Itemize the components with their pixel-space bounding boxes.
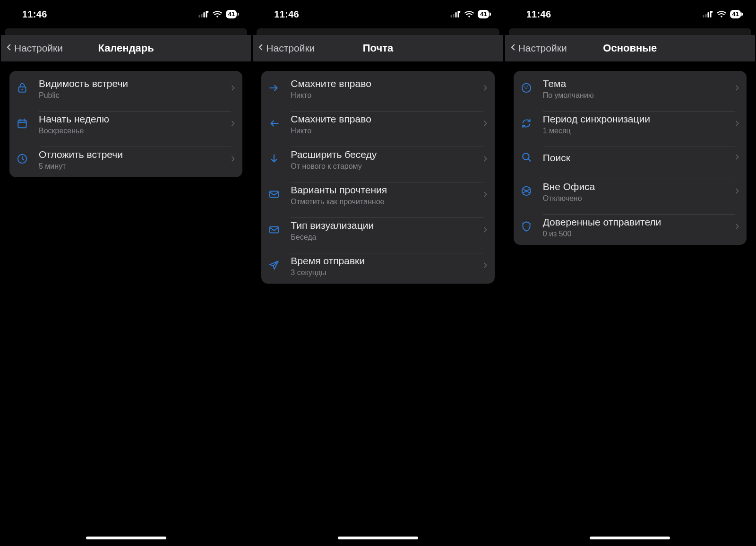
- shield-icon: [520, 220, 534, 234]
- row-subtitle: Public: [39, 91, 225, 100]
- row-title: Вне Офиса: [543, 181, 730, 193]
- back-button[interactable]: Настройки: [255, 38, 318, 59]
- row-title: Доверенные отправители: [543, 216, 730, 228]
- chevron-right-icon: [481, 154, 489, 166]
- chevron-right-icon: [481, 83, 489, 95]
- back-button[interactable]: Настройки: [507, 38, 570, 59]
- home-indicator: [590, 537, 670, 539]
- row-subtitle: Отключено: [543, 194, 730, 203]
- navbar: Настройки Почта: [253, 35, 503, 61]
- back-label: Настройки: [518, 43, 567, 54]
- status-time: 11:46: [526, 9, 551, 20]
- chevron-right-icon: [481, 225, 489, 237]
- row-title: Видимость встречи: [39, 78, 225, 90]
- status-icons: 41: [703, 10, 741, 18]
- chevron-right-icon: [733, 186, 741, 198]
- lock-icon: [16, 82, 30, 96]
- row-subtitle: 1 месяц: [543, 126, 730, 135]
- arrow-down-icon: [268, 153, 282, 167]
- status-icons: 41: [450, 10, 489, 18]
- cellular-icon: [198, 11, 209, 17]
- tab-strip: [257, 28, 499, 35]
- settings-list: Смахните вправо Никто Смахните вправо Ни…: [261, 71, 494, 284]
- navbar: Настройки Календарь: [1, 35, 251, 61]
- chevron-right-icon: [733, 221, 741, 234]
- list-row[interactable]: Варианты прочтения Отметить как прочитан…: [261, 177, 494, 213]
- send-icon: [268, 259, 282, 273]
- home-indicator: [338, 537, 418, 539]
- wifi-icon: [213, 11, 222, 17]
- list-row[interactable]: Доверенные отправители 0 из 500: [514, 209, 747, 245]
- list-row[interactable]: Период синхронизации 1 месяц: [514, 106, 747, 142]
- list-row[interactable]: Тема По умолчанию: [514, 71, 747, 106]
- home-indicator: [86, 537, 166, 539]
- search-icon: [520, 151, 534, 165]
- battery-icon: 41: [478, 10, 489, 18]
- row-title: Отложить встречи: [39, 148, 225, 161]
- screen: 11:46 41 Настройки Календарь: [0, 0, 252, 546]
- row-subtitle: По умолчанию: [543, 91, 730, 100]
- palette-icon: [520, 82, 534, 96]
- list-row[interactable]: Видимость встречи Public: [9, 71, 242, 106]
- status-time: 11:46: [274, 9, 299, 20]
- cellular-icon: [703, 11, 713, 17]
- mail-icon: [268, 188, 282, 202]
- chevron-right-icon: [229, 118, 237, 130]
- status-bar: 11:46 41: [1, 0, 251, 28]
- back-label: Настройки: [266, 43, 315, 54]
- tab-strip: [5, 28, 247, 35]
- row-title: Смахните вправо: [291, 78, 477, 90]
- list-row[interactable]: Поиск: [514, 142, 747, 174]
- arrow-right-icon: [268, 82, 282, 96]
- list-row[interactable]: Начать неделю Воскресенье: [9, 106, 242, 142]
- chevron-right-icon: [481, 189, 489, 201]
- wifi-icon: [717, 11, 726, 17]
- row-subtitle: 5 минут: [39, 162, 225, 171]
- row-subtitle: От нового к старому: [291, 162, 477, 171]
- row-subtitle: Отметить как прочитанное: [291, 197, 477, 206]
- battery-icon: 41: [730, 10, 741, 18]
- row-title: Тема: [543, 78, 730, 90]
- row-subtitle: Воскресенье: [39, 126, 225, 135]
- back-label: Настройки: [14, 43, 63, 54]
- mail-icon: [268, 224, 282, 238]
- row-title: Период синхронизации: [543, 113, 730, 125]
- settings-list: Тема По умолчанию Период синхронизации 1…: [514, 71, 747, 245]
- chevron-left-icon: [5, 41, 13, 56]
- status-bar: 11:46 41: [253, 0, 503, 28]
- row-subtitle: Никто: [291, 126, 477, 135]
- back-button[interactable]: Настройки: [3, 38, 66, 59]
- screen: 11:46 41 Настройки Почта: [252, 0, 504, 546]
- navbar: Настройки Основные: [505, 35, 755, 61]
- chevron-right-icon: [229, 83, 237, 95]
- battery-icon: 41: [226, 10, 237, 18]
- clock-icon: [16, 153, 30, 167]
- settings-list: Видимость встречи Public Начать неделю В…: [9, 71, 242, 177]
- cellular-icon: [450, 11, 461, 17]
- chevron-right-icon: [481, 260, 489, 272]
- list-row[interactable]: Вне Офиса Отключено: [514, 174, 747, 209]
- wifi-icon: [464, 11, 474, 17]
- list-row[interactable]: Расширить беседу От нового к старому: [261, 142, 494, 177]
- row-subtitle: Никто: [291, 91, 477, 100]
- list-row[interactable]: Время отправки 3 секунды: [261, 248, 494, 284]
- row-subtitle: 3 секунды: [291, 268, 477, 277]
- chevron-left-icon: [257, 41, 265, 56]
- list-row[interactable]: Смахните вправо Никто: [261, 106, 494, 142]
- sync-icon: [520, 117, 534, 131]
- list-row[interactable]: Тип визуализации Беседа: [261, 213, 494, 248]
- globe-icon: [520, 185, 534, 199]
- status-bar: 11:46 41: [505, 0, 755, 28]
- status-time: 11:46: [22, 9, 47, 20]
- list-row[interactable]: Смахните вправо Никто: [261, 71, 494, 106]
- row-title: Поиск: [543, 152, 730, 164]
- row-title: Смахните вправо: [291, 113, 477, 125]
- list-row[interactable]: Отложить встречи 5 минут: [9, 142, 242, 177]
- chevron-right-icon: [733, 152, 741, 164]
- row-title: Начать неделю: [39, 113, 225, 125]
- chevron-right-icon: [733, 118, 741, 130]
- row-subtitle: 0 из 500: [543, 229, 730, 238]
- row-title: Расширить беседу: [291, 148, 477, 161]
- row-subtitle: Беседа: [291, 233, 477, 242]
- chevron-left-icon: [509, 41, 517, 56]
